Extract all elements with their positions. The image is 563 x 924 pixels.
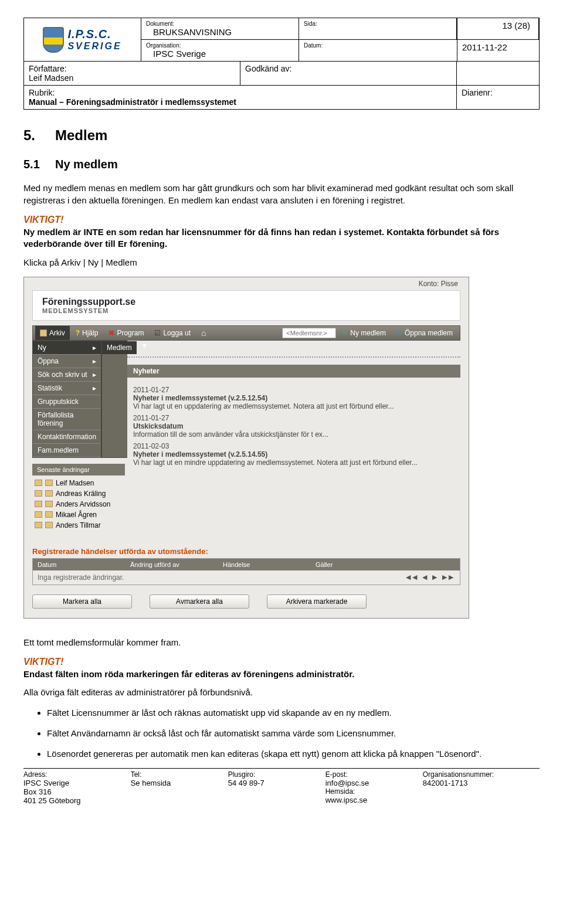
dd-forfallolista[interactable]: Förfallolista förening: [33, 409, 101, 430]
logo-text-top: I.P.S.C.: [67, 28, 121, 41]
unmark-all-button[interactable]: Avmarkera alla: [150, 595, 249, 609]
footer-tel-value: Se hemsida: [131, 779, 228, 787]
footer-hemsida-label: Hemsida:: [325, 787, 423, 796]
arkiv-dropdown: Ny▸ Öppna▸ Sök och skriv ut▸ Statistik▸ …: [32, 341, 101, 458]
pager[interactable]: ◀◀ ◀ ▶ ▶▶: [406, 573, 455, 581]
forfattare-cell: Författare: Leif Madsen: [24, 62, 240, 85]
rubrik-row: Rubrik: Manual – Föreningsadministratör …: [23, 86, 540, 110]
pencil-icon: [342, 329, 348, 337]
menu-home[interactable]: [196, 326, 211, 340]
footer: Adress: IPSC Sverige Box 316 401 25 Göte…: [23, 768, 540, 805]
app-subbrand: MEDLEMSSYSTEM: [42, 307, 450, 314]
list-item[interactable]: Andreas Kräling: [32, 488, 125, 499]
sida-label: Sida:: [304, 21, 452, 27]
dd-sok[interactable]: Sök och skriv ut▸: [33, 368, 101, 382]
news-date: 2011-01-27: [133, 414, 455, 422]
footer-hemsida-value: www.ipsc.se: [325, 796, 423, 804]
folder-icon: [35, 490, 42, 497]
empty-message: Inga registrerade ändringar.: [38, 573, 124, 582]
dd-grupputskick[interactable]: Grupputskick: [33, 395, 101, 409]
news-body: Vi har lagt ut en mindre uppdatering av …: [133, 458, 455, 467]
list-item[interactable]: Leif Madsen: [32, 478, 125, 488]
shield-icon: [43, 27, 64, 53]
submenu-medlem[interactable]: Medlem: [102, 341, 137, 354]
instruction-click: Klicka på Arkiv | Ny | Medlem: [23, 256, 540, 269]
heading-5-num: 5.: [23, 127, 55, 144]
question-icon: ?: [76, 329, 80, 337]
logo-text-bottom: SVERIGE: [67, 41, 121, 52]
content-body: 5.Medlem 5.1Ny medlem Med ny medlem mena…: [23, 110, 540, 760]
news-header: Nyheter: [127, 365, 460, 378]
intro-paragraph: Med ny medlem menas en medlem som har gå…: [23, 182, 540, 206]
footer-adress-l3: 401 25 Göteborg: [23, 796, 131, 805]
sida-label-cell: Sida:: [299, 18, 457, 40]
logo: I.P.S.C. SVERIGE: [24, 18, 141, 61]
viktigt-label-1: VIKTIGT!: [23, 215, 540, 225]
news-title: Utskicksdatum: [133, 422, 455, 430]
forfattare-value: Leif Madsen: [29, 73, 235, 83]
sida-value-cell: 13 (28): [457, 18, 539, 40]
folder-icon: [35, 480, 42, 486]
x-icon: ✖: [108, 329, 114, 337]
events-table: Datum Ändring utförd av Händelse Gäller …: [32, 558, 460, 585]
check-icon: [154, 329, 161, 337]
heading-5: 5.Medlem: [23, 127, 540, 144]
cut-text-le: le: [127, 343, 460, 352]
news-title: Nyheter i medlemssystemet (v.2.5.12.54): [133, 394, 455, 402]
organisation-label: Organisation:: [146, 42, 294, 49]
dd-kontakt[interactable]: Kontaktinformation: [33, 430, 101, 444]
dd-fam[interactable]: Fam.medlem: [33, 444, 101, 457]
dd-statistik[interactable]: Statistik▸: [33, 382, 101, 395]
dokument-cell: Dokument: BRUKSANVISNING: [141, 18, 299, 40]
menu-arkiv[interactable]: Arkiv: [35, 326, 70, 340]
datum-value-cell: 2011-11-22: [457, 40, 539, 61]
list-item[interactable]: Anders Arvidsson: [32, 499, 125, 509]
screenshot: Konto: Pisse Föreningssupport.se MEDLEMS…: [23, 277, 469, 619]
footer-adress-l2: Box 316: [23, 787, 131, 796]
heading-5-1-text: Ny medlem: [55, 158, 118, 171]
home-icon: [201, 328, 206, 338]
menu-program[interactable]: ✖Program: [104, 326, 148, 340]
footer-adress-label: Adress:: [23, 770, 131, 779]
list-item[interactable]: Mikael Ågren: [32, 509, 125, 520]
divider: [127, 356, 460, 358]
menu-oppna-medlem[interactable]: Öppna medlem: [392, 326, 457, 340]
author-row: Författare: Leif Madsen Godkänd av:: [23, 62, 540, 86]
news-date: 2011-02-03: [133, 442, 455, 450]
folder-icon: [45, 522, 53, 528]
bullet-list: Fältet Licensnummer är låst och räknas a…: [23, 706, 540, 760]
archive-marked-button[interactable]: Arkivera markerade: [267, 595, 367, 609]
dd-oppna[interactable]: Öppna▸: [33, 355, 101, 368]
datum-value: 2011-11-22: [462, 42, 534, 52]
list-item[interactable]: Anders Tillmar: [32, 520, 125, 531]
menu-logga-ut[interactable]: Logga ut: [150, 326, 195, 340]
godkand-cell: Godkänd av:: [240, 62, 457, 85]
news-list: 2011-01-27 Nyheter i medlemssystemet (v.…: [127, 378, 460, 471]
folder-icon: [35, 511, 42, 518]
footer-orgnr-label: Organisationsnummer:: [423, 770, 540, 779]
mark-all-button[interactable]: Markera alla: [32, 595, 132, 609]
dokument-value: BRUKSANVISNING: [146, 27, 294, 37]
other-fields-text: Alla övriga fält editeras av administrat…: [23, 686, 540, 698]
app-brand: Föreningssupport.se: [42, 297, 450, 307]
forfattare-label: Författare:: [29, 64, 235, 73]
dd-ny[interactable]: Ny▸: [33, 341, 101, 355]
registered-events-header: Registrerade händelser utförda av utomst…: [24, 541, 469, 558]
rubrik-label: Rubrik:: [29, 88, 452, 97]
member-search-input[interactable]: [282, 328, 336, 338]
dokument-label: Dokument:: [146, 21, 294, 27]
heading-5-1-num: 5.1: [23, 158, 55, 171]
col-datum: Datum: [38, 561, 130, 568]
col-galler: Gäller: [316, 561, 408, 568]
footer-epost-value: info@ipsc.se: [325, 779, 423, 787]
menu-hjalp[interactable]: ?Hjälp: [71, 326, 103, 340]
rubrik-cell: Rubrik: Manual – Föreningsadministratör …: [24, 86, 457, 109]
news-body: Information till de som använder våra ut…: [133, 430, 455, 439]
bullet-2: Fältet Användarnamn är också låst och få…: [47, 727, 540, 739]
app-banner: Föreningssupport.se MEDLEMSSYSTEM: [32, 290, 460, 321]
news-date: 2011-01-27: [133, 386, 455, 394]
footer-plusgiro-label: Plusgiro:: [228, 770, 325, 779]
menu-ny-medlem[interactable]: Ny medlem: [337, 326, 391, 340]
folder-icon: [45, 501, 53, 507]
folder-icon: [45, 490, 53, 497]
